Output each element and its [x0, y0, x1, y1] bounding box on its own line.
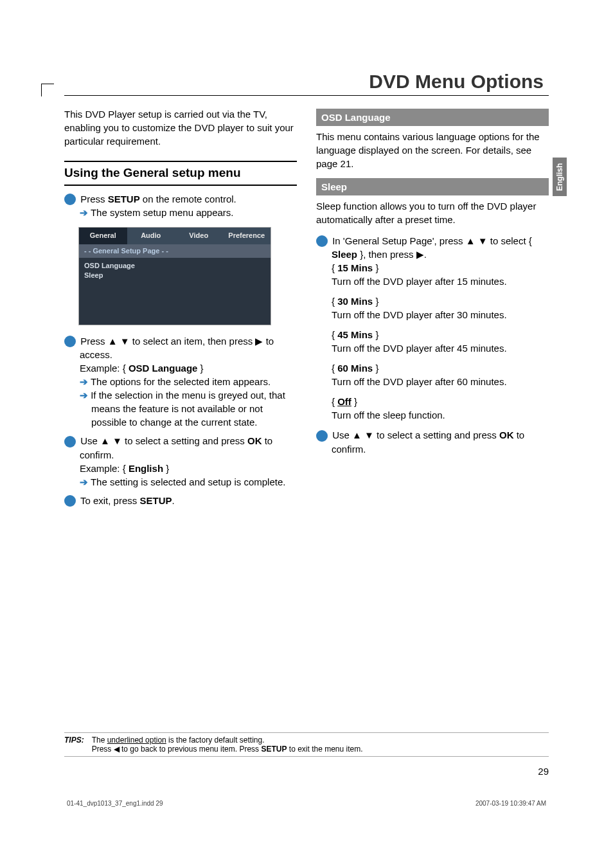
page: DVD Menu Options English This DVD Player… — [0, 0, 613, 807]
option-30-desc: Turn off the DVD player after 30 minutes… — [332, 308, 549, 321]
step3-ex-val: English — [129, 463, 163, 474]
step3-ex-b: } — [163, 463, 169, 474]
tab-preference: Preference — [223, 228, 271, 244]
onscreen-item-osd: OSD Language — [84, 261, 265, 271]
option-60-desc: Turn off the DVD player after 60 minutes… — [332, 375, 549, 388]
footer-right: 2007-03-19 10:39:47 AM — [475, 800, 546, 807]
sleep-step1-sleep: Sleep — [332, 249, 357, 260]
step2-text: Press ▲ ▼ to select an item, then press … — [80, 336, 274, 360]
tips-l1u: underlined option — [107, 736, 166, 745]
step1-setup: SETUP — [108, 194, 140, 204]
arrow-icon: ➔ — [80, 390, 88, 401]
tab-general: General — [79, 228, 127, 244]
step4-b: . — [172, 495, 174, 506]
heading-general-setup: Using the General setup menu — [64, 161, 297, 186]
step2-example: Example: { OSD Language } — [64, 361, 297, 375]
step1-result: ➔ The system setup menu appears. — [64, 206, 297, 219]
option-45: { 45 Mins } Turn off the DVD player afte… — [316, 328, 549, 355]
tips-body: The underlined option is the factory def… — [92, 736, 363, 754]
onscreen-banner: - - General Setup Page - - — [79, 244, 271, 258]
step-number-2: 2 — [64, 336, 76, 347]
option-15: { 15 Mins } Turn off the DVD player afte… — [316, 261, 549, 288]
step2-ex-b: } — [197, 363, 203, 374]
tips-line1: The underlined option is the factory def… — [92, 736, 363, 745]
step-1: 1 Press SETUP on the remote control. — [64, 192, 297, 206]
language-tab: English — [553, 158, 567, 196]
tab-video: Video — [175, 228, 223, 244]
sleep-step2-a: Use ▲ ▼ to select a setting and press — [332, 429, 499, 440]
sleep-step1-a: In 'General Setup Page', press ▲ ▼ to se… — [332, 235, 532, 246]
tab-audio: Audio — [127, 228, 175, 244]
subhead-osd-language: OSD Language — [316, 109, 549, 126]
step1-result-text: The system setup menu appears. — [91, 207, 234, 218]
option-45-name: { 45 Mins } — [332, 328, 549, 341]
option-off-name: { Off } — [332, 395, 549, 408]
option-30: { 30 Mins } Turn off the DVD player afte… — [316, 294, 549, 321]
step2-result2-text: If the selection in the menu is greyed o… — [91, 390, 285, 428]
arrow-icon: ➔ — [80, 207, 88, 218]
crop-mark — [41, 84, 54, 96]
tips-l2-setup: SETUP — [261, 745, 287, 754]
tips-label: TIPS: — [64, 736, 84, 754]
arrow-icon: ➔ — [80, 476, 88, 487]
page-number: 29 — [64, 766, 549, 777]
tips-row: TIPS: The underlined option is the facto… — [64, 732, 549, 757]
option-45-desc: Turn off the DVD player after 45 minutes… — [332, 341, 549, 355]
sleep-step2: 2 Use ▲ ▼ to select a setting and press … — [316, 428, 549, 455]
content-columns: This DVD Player setup is carried out via… — [64, 107, 549, 507]
step1-text-a: Press — [80, 194, 108, 204]
step3-a: Use ▲ ▼ to select a setting and press — [80, 435, 247, 446]
subhead-sleep: Sleep — [316, 178, 549, 195]
option-60-name: { 60 Mins } — [332, 361, 549, 375]
step4-setup: SETUP — [139, 495, 172, 506]
onscreen-menu: General Audio Video Preference - - Gener… — [78, 227, 271, 325]
tips-l2a: Press ◀ to go back to previous menu item… — [92, 745, 262, 754]
step-number-4: 4 — [64, 495, 76, 507]
onscreen-body: OSD Language Sleep — [79, 258, 271, 325]
tips-l1a: The — [92, 736, 107, 745]
step2-ex-a: Example: { — [80, 363, 129, 374]
step-number-1: 1 — [64, 194, 76, 205]
step4-a: To exit, press — [80, 495, 140, 506]
step2-result2: ➔ If the selection in the menu is greyed… — [64, 388, 297, 429]
option-30-name-text: 30 Mins — [337, 296, 373, 307]
sleep-step2-ok: OK — [499, 429, 514, 440]
step-number-1: 1 — [316, 235, 328, 247]
tips-line2: Press ◀ to go back to previous menu item… — [92, 745, 363, 754]
step-number-3: 3 — [64, 436, 76, 448]
onscreen-tabs: General Audio Video Preference — [79, 228, 271, 244]
step-4: 4 To exit, press SETUP. — [64, 494, 297, 507]
page-title: DVD Menu Options — [64, 71, 549, 96]
step2-ex-val: OSD Language — [129, 363, 198, 374]
step-3: 3 Use ▲ ▼ to select a setting and press … — [64, 434, 297, 461]
intro-text: This DVD Player setup is carried out via… — [64, 107, 297, 148]
sleep-step1: 1 In 'General Setup Page', press ▲ ▼ to … — [316, 234, 549, 261]
option-off: { Off } Turn off the sleep function. — [316, 395, 549, 422]
option-60-name-text: 60 Mins — [337, 363, 373, 374]
step2-result1: ➔ The options for the selected item appe… — [64, 375, 297, 388]
step3-ex-a: Example: { — [80, 463, 129, 474]
option-60: { 60 Mins } Turn off the DVD player afte… — [316, 361, 549, 388]
option-45-name-text: 45 Mins — [337, 329, 373, 340]
option-off-desc: Turn off the sleep function. — [332, 408, 549, 422]
step-number-2: 2 — [316, 430, 328, 442]
step3-ok: OK — [247, 435, 262, 446]
footer-left: 01-41_dvp1013_37_eng1.indd 29 — [67, 800, 163, 807]
column-left: This DVD Player setup is carried out via… — [64, 107, 297, 507]
step3-example: Example: { English } — [64, 462, 297, 475]
option-30-name: { 30 Mins } — [332, 294, 549, 308]
step3-result: ➔ The setting is selected and setup is c… — [64, 475, 297, 489]
option-15-desc: Turn off the DVD player after 15 minutes… — [332, 275, 549, 288]
tips-l2b: to exit the menu item. — [287, 745, 362, 754]
tips-l1b: is the factory default setting. — [166, 736, 265, 745]
step1-text-b: on the remote control. — [140, 194, 236, 204]
option-15-name: { 15 Mins } — [332, 261, 549, 275]
onscreen-item-sleep: Sleep — [84, 271, 265, 280]
column-right: OSD Language This menu contains various … — [316, 107, 549, 507]
footer-meta: 01-41_dvp1013_37_eng1.indd 29 2007-03-19… — [64, 800, 549, 807]
step-2: 2 Press ▲ ▼ to select an item, then pres… — [64, 334, 297, 361]
osd-language-body: This menu contains various language opti… — [316, 130, 549, 170]
sleep-step1-b: }, then press ▶. — [357, 249, 427, 260]
arrow-icon: ➔ — [80, 376, 88, 387]
step2-result1-text: The options for the selected item appear… — [91, 376, 271, 387]
